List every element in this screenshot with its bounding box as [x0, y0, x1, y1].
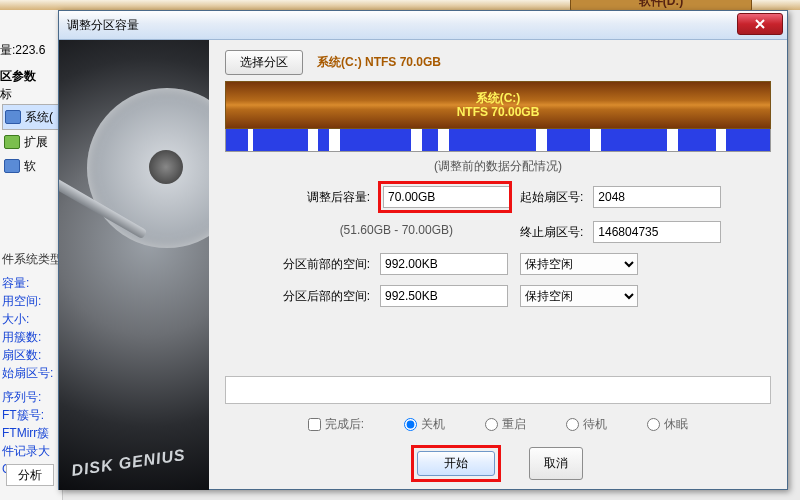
- partition-bar-size: NTFS 70.00GB: [457, 105, 540, 119]
- opt-shutdown[interactable]: 关机: [404, 416, 445, 433]
- start-button[interactable]: 开始: [417, 451, 495, 476]
- close-button[interactable]: [737, 13, 783, 35]
- start-sector-input[interactable]: [593, 186, 721, 208]
- end-sector-label: 终止扇区号:: [520, 224, 583, 241]
- size-after-label: 调整后容量:: [283, 189, 370, 206]
- opt-reboot[interactable]: 重启: [485, 416, 526, 433]
- opt-standby[interactable]: 待机: [566, 416, 607, 433]
- size-after-input[interactable]: [383, 186, 511, 208]
- opt-hibernate[interactable]: 休眠: [647, 416, 688, 433]
- highlight-size-after: [380, 183, 510, 211]
- drive-icon: [4, 159, 20, 173]
- resize-partition-dialog: 调整分区容量 DISK GENIUS 选择分区 系统(C:) NTFS 70.0…: [58, 10, 788, 490]
- space-after-select[interactable]: 保持空闲: [520, 285, 638, 307]
- space-before-input[interactable]: [380, 253, 508, 275]
- partition-description: 系统(C:) NTFS 70.0GB: [317, 54, 441, 71]
- close-icon: [755, 19, 765, 29]
- size-range-hint: (51.60GB - 70.00GB): [283, 223, 510, 237]
- partition-usage-chart: [225, 129, 771, 152]
- progress-bar: [225, 376, 771, 404]
- bg-ico-label: 标: [0, 86, 12, 103]
- bg-info-panel: 件系统类型 容量: 用空间: 大小: 用簇数: 扇区数: 始扇区号: 序列号: …: [0, 250, 62, 478]
- space-before-label: 分区前部的空间:: [283, 256, 370, 273]
- highlight-start-button: 开始: [413, 447, 499, 480]
- end-sector-input[interactable]: [593, 221, 721, 243]
- space-before-select[interactable]: 保持空闲: [520, 253, 638, 275]
- dialog-title: 调整分区容量: [67, 17, 139, 34]
- drive-icon: [5, 110, 21, 124]
- drive-icon: [4, 135, 20, 149]
- partition-bar[interactable]: 系统(C:) NTFS 70.00GB: [225, 81, 771, 129]
- space-after-label: 分区后部的空间:: [283, 288, 370, 305]
- partition-bar-name: 系统(C:): [476, 91, 521, 105]
- cancel-button[interactable]: 取消: [529, 447, 583, 480]
- bg-param-section: 区参数: [0, 68, 36, 85]
- dialog-titlebar[interactable]: 调整分区容量: [59, 11, 787, 40]
- disk-illustration: DISK GENIUS: [59, 40, 209, 490]
- after-done-checkbox[interactable]: 完成后:: [308, 416, 364, 433]
- space-after-input[interactable]: [380, 285, 508, 307]
- pre-adjust-hint: (调整前的数据分配情况): [225, 158, 771, 175]
- select-partition-button[interactable]: 选择分区: [225, 50, 303, 75]
- bg-analysis-tab: 分析: [6, 464, 54, 486]
- bg-capacity-label: 量:223.6: [0, 42, 45, 59]
- start-sector-label: 起始扇区号:: [520, 189, 583, 206]
